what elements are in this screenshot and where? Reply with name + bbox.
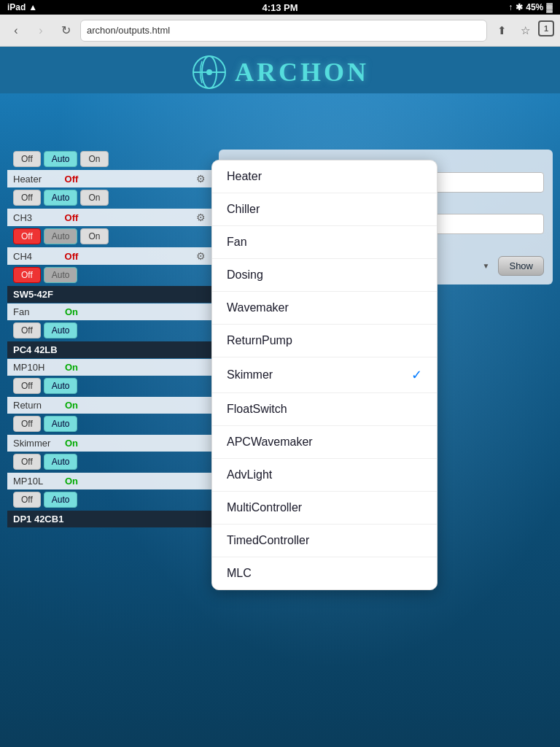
dropdown-item-skimmer[interactable]: Skimmer ✓ xyxy=(212,357,437,393)
channel-name-fan: Fan xyxy=(13,306,57,317)
status-right: ↑ ✱ 45% ▓ xyxy=(508,2,553,12)
btn-auto-skimmer[interactable]: Auto xyxy=(44,454,78,470)
channel-row-mp10l: MP10L On xyxy=(7,473,211,489)
share-button[interactable]: ⬆ xyxy=(491,20,512,41)
btn-row-mp10l: Off Auto xyxy=(7,490,211,511)
channel-status-mp10l: On xyxy=(57,476,86,487)
channel-status-return: On xyxy=(57,400,86,411)
dropdown-item-mlc[interactable]: MLC xyxy=(212,557,437,589)
reload-button[interactable]: ↻ xyxy=(55,20,76,41)
dropdown-label-returnpump: ReturnPump xyxy=(227,334,292,347)
dropdown-item-fan[interactable]: Fan xyxy=(212,226,437,259)
channel-status-heater: Off xyxy=(57,174,86,185)
function-dropdown: Heater Chiller Fan Dosing Wavemaker Retu… xyxy=(211,160,438,590)
gear-icon-ch3[interactable]: ⚙ xyxy=(196,212,206,223)
channel-row-skimmer: Skimmer On xyxy=(7,435,211,452)
btn-off-skimmer[interactable]: Off xyxy=(13,454,41,470)
bookmark-button[interactable]: ☆ xyxy=(515,20,535,41)
btn-row-mp10h: Off Auto xyxy=(7,376,211,397)
channel-status-ch3: Off xyxy=(57,212,86,223)
channel-status-fan: On xyxy=(57,306,86,317)
dropdown-item-returnpump[interactable]: ReturnPump xyxy=(212,325,437,357)
dropdown-label-multicontroller: MultiController xyxy=(227,501,302,514)
btn-row-ch3-btns: Off Auto On xyxy=(7,188,211,209)
channel-row-ch4: CH4 Off ⚙ xyxy=(7,247,211,265)
btn-off-top[interactable]: Off xyxy=(13,151,41,167)
btn-auto-ch4[interactable]: Auto xyxy=(44,228,78,244)
channel-row-ch3: CH3 Off ⚙ xyxy=(7,209,211,226)
status-bar: iPad ▲ 4:13 PM ↑ ✱ 45% ▓ xyxy=(0,0,560,15)
btn-off-fan[interactable]: Off xyxy=(13,322,41,338)
channel-status-skimmer: On xyxy=(57,438,86,449)
dropdown-label-timedcontroller: TimedController xyxy=(227,534,309,547)
btn-auto-ch4-2[interactable]: Auto xyxy=(44,267,78,283)
btn-off-ch4-2[interactable]: Off xyxy=(13,267,41,283)
channel-row-heater: Heater Off ⚙ xyxy=(7,170,211,187)
channel-name-mp10h: MP10H xyxy=(13,362,57,373)
section-pc4-header: PC4 42LB xyxy=(7,341,211,358)
dropdown-label-floatswitch: FloatSwitch xyxy=(227,403,287,416)
select-arrow-icon: ▼ xyxy=(483,262,490,270)
gear-icon-ch4[interactable]: ⚙ xyxy=(196,250,206,262)
dropdown-item-floatswitch[interactable]: FloatSwitch xyxy=(212,393,437,426)
btn-off-mp10l[interactable]: Off xyxy=(13,492,41,508)
channel-name-ch4: CH4 xyxy=(13,251,57,262)
dropdown-item-heater[interactable]: Heater xyxy=(212,160,437,193)
dropdown-item-chiller[interactable]: Chiller xyxy=(212,193,437,226)
dropdown-item-apcwavemaker[interactable]: APCWavemaker xyxy=(212,426,437,459)
channel-name-ch3: CH3 xyxy=(13,212,57,223)
channel-name-mp10l: MP10L xyxy=(13,476,57,487)
channel-status-mp10h: On xyxy=(57,362,86,373)
btn-auto-fan[interactable]: Auto xyxy=(44,322,78,338)
btn-auto-ch3[interactable]: Auto xyxy=(44,190,78,206)
dropdown-label-wavemaker: Wavemaker xyxy=(227,301,289,314)
signal-icon: ↑ xyxy=(508,2,513,12)
back-button[interactable]: ‹ xyxy=(6,20,26,41)
dropdown-item-timedcontroller[interactable]: TimedController xyxy=(212,525,437,557)
tab-count[interactable]: 1 xyxy=(538,20,554,36)
logo-area: ARCHON xyxy=(0,47,560,94)
show-button[interactable]: Show xyxy=(498,256,544,276)
btn-auto-top[interactable]: Auto xyxy=(44,151,78,167)
url-input[interactable] xyxy=(80,20,487,42)
dropdown-item-dosing[interactable]: Dosing xyxy=(212,259,437,292)
status-time: 4:13 PM xyxy=(262,2,298,13)
main-content: ARCHON Home Graphs Outputs Inputs System… xyxy=(0,47,560,747)
btn-row-top: Off Auto On xyxy=(7,150,211,170)
btn-off-return[interactable]: Off xyxy=(13,416,41,432)
dropdown-label-chiller: Chiller xyxy=(227,203,260,216)
left-panel: Off Auto On Heater Off ⚙ Off Auto On CH3… xyxy=(7,150,211,528)
forward-button[interactable]: › xyxy=(31,20,51,41)
btn-on-ch4[interactable]: On xyxy=(80,228,108,244)
channel-name-return: Return xyxy=(13,400,57,411)
btn-auto-mp10h[interactable]: Auto xyxy=(44,378,78,394)
status-left: iPad ▲ xyxy=(7,2,37,12)
btn-auto-return[interactable]: Auto xyxy=(44,416,78,432)
dropdown-item-wavemaker[interactable]: Wavemaker xyxy=(212,292,437,325)
dropdown-item-advlight[interactable]: AdvLight xyxy=(212,459,437,492)
dropdown-label-mlc: MLC xyxy=(227,567,252,580)
logo-text: ARCHON xyxy=(235,57,369,88)
dropdown-label-heater: Heater xyxy=(227,170,262,183)
btn-row-ch4-2: Off Auto xyxy=(7,266,211,286)
btn-on-ch3[interactable]: On xyxy=(80,190,108,206)
dropdown-label-advlight: AdvLight xyxy=(227,468,272,481)
btn-row-ch4-btns: Off Auto On xyxy=(7,227,211,247)
gear-icon-heater[interactable]: ⚙ xyxy=(196,173,206,185)
btn-row-skimmer: Off Auto xyxy=(7,452,211,473)
btn-auto-mp10l[interactable]: Auto xyxy=(44,492,78,508)
dropdown-label-skimmer: Skimmer xyxy=(227,368,273,382)
btn-off-ch4-active[interactable]: Off xyxy=(13,228,41,244)
channel-status-ch4: Off xyxy=(57,251,86,262)
btn-off-mp10h[interactable]: Off xyxy=(13,378,41,394)
dropdown-item-multicontroller[interactable]: MultiController xyxy=(212,492,437,525)
btn-row-return: Off Auto xyxy=(7,414,211,435)
section-sw5-header: SW5-42F xyxy=(7,286,211,303)
btn-on-top[interactable]: On xyxy=(80,151,108,167)
channel-name-heater: Heater xyxy=(13,174,57,185)
logo-icon xyxy=(191,54,228,90)
dropdown-label-dosing: Dosing xyxy=(227,268,263,282)
browser-actions: ⬆ ☆ 1 xyxy=(491,20,554,41)
channel-row-fan: Fan On xyxy=(7,303,211,320)
btn-off-ch3[interactable]: Off xyxy=(13,190,41,206)
